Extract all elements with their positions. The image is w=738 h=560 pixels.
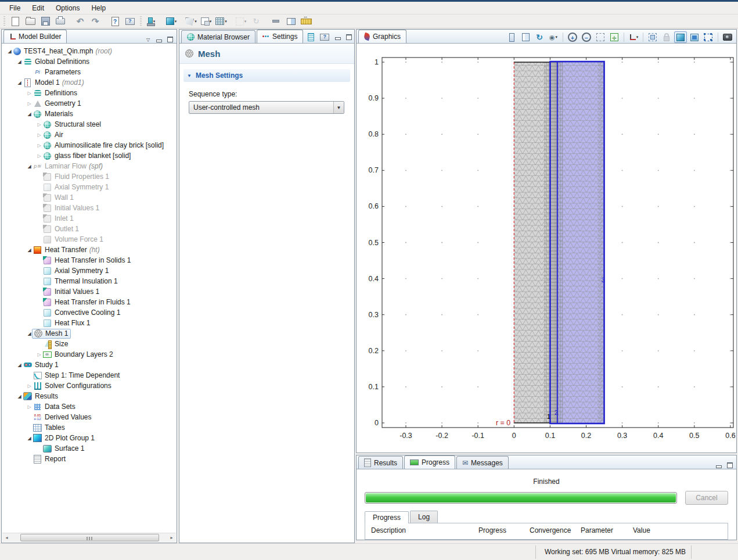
tree-item-outlet-1[interactable]: Outlet 1 [2,224,176,234]
expander-test4-heat-qin-mph[interactable]: ◢ [6,49,13,54]
view-solid-button[interactable] [674,31,687,43]
tree-item-materials[interactable]: ◢Materials [2,109,176,119]
save-button[interactable] [38,15,53,28]
tree-item-axial-symmetry-1[interactable]: Axial Symmetry 1 [2,182,176,192]
expander-laminar-flow[interactable]: ◢ [26,164,33,169]
material-browser-window-button[interactable] [304,31,317,43]
sequence-type-select[interactable]: User-controlled mesh ▼ [189,101,344,114]
tree-item-heat-transfer-in-solids-1[interactable]: Heat Transfer in Solids 1 [2,255,176,265]
tree-item-mesh-1[interactable]: ◢Mesh 1 [2,328,176,339]
redo-button[interactable] [88,15,103,28]
expander-model-1[interactable]: ◢ [16,80,23,85]
help-button[interactable] [107,15,123,28]
minimize-settings-button[interactable] [334,34,342,41]
expander-boundary-layers-2[interactable]: ▷ [35,352,43,357]
expander-data-sets[interactable]: ▷ [26,404,33,410]
rotate-button[interactable] [533,31,546,43]
menu-options[interactable]: Options [50,3,85,13]
mesh-plot[interactable]: -0.3-0.2-0.100.10.20.30.40.50.610.90.80.… [357,44,736,451]
tree-item-axial-symmetry-1[interactable]: Axial Symmetry 1 [2,265,176,276]
add-plot-window-button[interactable] [519,31,532,43]
maximize-settings-button[interactable] [345,34,353,41]
tree-item-thermal-insulation-1[interactable]: Thermal Insulation 1 [2,276,176,286]
maximize-model-builder-button[interactable] [166,36,174,43]
expander-geometry-1[interactable]: ▷ [26,101,33,106]
remove-button[interactable] [268,15,283,28]
tree-item-parameters[interactable]: Parameters [2,67,176,77]
expander-study-1[interactable]: ◢ [16,362,23,368]
maximize-progress-button[interactable] [726,462,734,469]
zoom-out-button[interactable] [580,31,593,43]
tree-item-size[interactable]: Size [2,339,176,349]
mesh-settings-section[interactable]: ▼ Mesh Settings [183,69,350,82]
scroll-thumb[interactable] [20,534,159,541]
cancel-button[interactable]: Cancel [685,491,728,505]
expander-results[interactable]: ◢ [16,394,23,399]
tree-item-study-1[interactable]: ◢Study 1 [2,360,176,370]
expander-definitions[interactable]: ▷ [26,91,33,96]
tab-progress[interactable]: Progress [404,455,455,469]
expander-heat-transfer[interactable]: ◢ [26,247,33,253]
dynamic-help-button[interactable] [318,31,331,43]
model-tree-hscrollbar[interactable]: ◂ ▸ [2,533,176,542]
expander-aluminosilicate-fire-clay-brick-solid[interactable]: ▷ [35,143,43,148]
tree-item-aluminosilicate-fire-clay-brick-solid[interactable]: ▷Aluminosilicate fire clay brick [solid] [2,140,176,150]
undo-button[interactable] [73,15,88,28]
tree-item-structural-steel[interactable]: ▷Structural steel [2,119,176,130]
view-shaded-button[interactable] [688,31,701,43]
tree-item-test4-heat-qin-mph[interactable]: ◢TEST4_heat_Qin.mph(root) [2,46,176,56]
expander-global-definitions[interactable]: ◢ [16,59,23,64]
grid-button[interactable]: ▾ [233,15,249,28]
tree-item-glass-fiber-blanket-solid[interactable]: ▷glass fiber blanket [solid] [2,150,176,161]
tab-material-browser[interactable]: Material Browser [181,30,255,43]
scroll-right-arrow[interactable]: ▸ [167,533,176,542]
snapshot-button[interactable] [721,31,734,43]
tree-item-report[interactable]: Report [2,454,176,464]
tree-item-data-sets[interactable]: ▷Data Sets [2,401,176,412]
tab-messages[interactable]: Messages [456,456,509,469]
tree-item-global-definitions[interactable]: ◢Global Definitions [2,56,176,67]
tree-item-heat-transfer-in-fluids-1[interactable]: Heat Transfer in Fluids 1 [2,297,176,307]
select-all-button[interactable] [646,31,659,43]
tree-item-initial-values-1[interactable]: Initial Values 1 [2,286,176,297]
tree-item-inlet-1[interactable]: Inlet 1 [2,213,176,224]
menu-edit[interactable]: Edit [26,3,50,13]
expander-glass-fiber-blanket-solid[interactable]: ▷ [35,153,43,159]
new-file-button[interactable] [8,15,23,28]
tree-item-surface-1[interactable]: Surface 1 [2,443,176,454]
expander-2d-plot-group-1[interactable]: ◢ [26,436,33,441]
minimize-progress-button[interactable] [715,462,723,469]
documentation-button[interactable] [123,15,138,28]
tree-item-volume-force-1[interactable]: Volume Force 1 [2,234,176,245]
tree-item-results[interactable]: ◢Results [2,391,176,401]
tree-item-model-1[interactable]: ◢Model 1(mod1) [2,77,176,88]
measure-button[interactable] [298,15,314,28]
tree-item-heat-flux-1[interactable]: Heat Flux 1 [2,318,176,328]
model-builder-tab[interactable]: Model Builder [3,30,67,43]
tree-item-geometry-1[interactable]: ▷Geometry 1 [2,98,176,109]
tree-item-wall-1[interactable]: Wall 1 [2,192,176,203]
tree-menu-button[interactable] [144,36,152,43]
zoom-extents-button[interactable] [608,31,621,43]
tree-item-boundary-layers-2[interactable]: ▷Boundary Layers 2 [2,349,176,360]
tree-item-2d-plot-group-1[interactable]: ◢2D Plot Group 1 [2,433,176,443]
view-orientation-button[interactable]: ▾ [627,31,640,43]
menu-file[interactable]: File [3,3,26,13]
scroll-left-arrow[interactable]: ◂ [2,533,11,542]
tree-item-fluid-properties-1[interactable]: Fluid Properties 1 [2,171,176,182]
tree-item-air[interactable]: ▷Air [2,130,176,140]
subtab-progress[interactable]: Progress [365,511,409,523]
split-window-button[interactable] [283,15,298,28]
combo-dropdown-button[interactable]: ▼ [333,102,344,113]
expander-structural-steel[interactable]: ▷ [35,122,43,127]
material-browser-button[interactable]: ▾ [144,15,159,28]
visibility-button[interactable]: ▾ [547,31,560,43]
tree-item-derived-values[interactable]: Derived Values [2,412,176,422]
tree-item-solver-configurations[interactable]: ▷Solver Configurations [2,380,176,391]
tab-results[interactable]: Results [358,456,403,469]
lock-button[interactable] [660,31,673,43]
zoom-in-button[interactable] [566,31,579,43]
zoom-box-button[interactable] [594,31,607,43]
view-wireframe-button[interactable] [702,31,715,43]
tree-item-laminar-flow[interactable]: ◢Laminar Flow(spf) [2,161,176,171]
